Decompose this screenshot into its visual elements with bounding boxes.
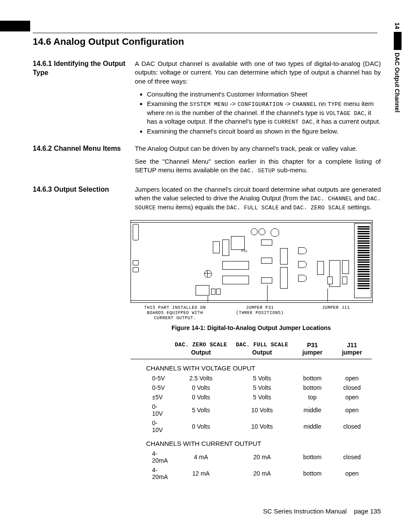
header-black-bar: [0, 21, 30, 31]
sub1-p1: A DAC Output channel is available with o…: [135, 59, 381, 86]
table-row: 4-20mA12 mA20 mAbottomopen: [131, 465, 372, 482]
section-title: 14.6 Analog Output Configuration: [33, 36, 381, 47]
footer-page: page 135: [354, 507, 381, 515]
sub2-p2: See the "Channel Menu" section earlier i…: [135, 157, 381, 175]
sub1-bullets: Consulting the instrument's Customer Inf…: [135, 90, 381, 136]
subsection-2: 14.6.2 Channel Menu Items The Analog Out…: [33, 144, 381, 179]
table-row: 0-10V5 Volts10 Voltsmiddleopen: [131, 402, 372, 418]
jumper-config-table: DAC. ZERO SCALEOutput DAC. FULL SCALEOut…: [131, 340, 372, 482]
edge-connector-icon: [354, 225, 370, 297]
table-row: 0-5V0 Volts5 Voltsbottomclosed: [131, 383, 372, 392]
figure-14-1: P31 THIS PART INSTALLED ON BOARDS EQUIPP…: [131, 220, 381, 331]
fig-c3: JUMPER J11: [310, 305, 362, 321]
figure-caption: Figure 14-1: Digital-to-Analog Output Ju…: [131, 324, 372, 331]
th-p31b: jumper: [302, 349, 323, 356]
th-full-mono: DAC. FULL SCALE: [234, 342, 290, 348]
table-group-current: CHANNELS WITH CURRENT OUTPUT: [131, 435, 372, 449]
sub3-heading: 14.6.3 Output Selection: [33, 185, 131, 194]
footer-manual: SC Series Instruction Manual: [263, 507, 346, 515]
top-rule: [33, 33, 377, 33]
table-row: 0-5V2.5 Volts5 Voltsbottomopen: [131, 373, 372, 383]
sub1-b3: Examining the channel's circuit board as…: [147, 127, 381, 136]
th-j11a: J11: [347, 342, 357, 348]
sub2-heading: 14.6.2 Channel Menu Items: [33, 144, 131, 153]
page-content: 14.6 Analog Output Configuration 14.6.1 …: [33, 36, 381, 482]
th-p31a: P31: [307, 342, 318, 348]
sub1-heading: 14.6.1 Identifying the Output Type: [33, 59, 131, 78]
fig-c2: JUMPER P31 (THREE POSITIONS): [230, 305, 290, 321]
subsection-1: 14.6.1 Identifying the Output Type A DAC…: [33, 59, 381, 142]
sub1-b1: Consulting the instrument's Customer Inf…: [147, 90, 381, 99]
figure-schematic: P31: [131, 220, 373, 303]
fig-c1: THIS PART INSTALLED ON BOARDS EQUIPPED W…: [140, 305, 209, 321]
page-footer: SC Series Instruction Manual page 135: [33, 507, 381, 515]
side-tab-number: 14: [394, 22, 401, 29]
sub1-b2: Examining the SYSTEM MENU -> CONFIGURATI…: [147, 100, 381, 126]
th-zero-mono: DAC. ZERO SCALE: [173, 342, 229, 348]
sub2-p1: The Analog Output can be driven by any c…: [135, 144, 381, 153]
th-zero: Output: [191, 349, 211, 356]
sub3-p1: Jumpers located on the channel's circuit…: [135, 185, 381, 212]
side-tab-block: [394, 32, 402, 50]
table-row: 0-10V0 Volts10 Voltsmiddleclosed: [131, 418, 372, 435]
table-row: 4-20mA4 mA20 mAbottomclosed: [131, 449, 372, 465]
table-group-voltage: CHANNELS WITH VOLTAGE OUPUT: [131, 359, 372, 373]
th-full: Output: [252, 349, 272, 356]
side-tab-label: DAC Output Channel: [394, 53, 401, 112]
subsection-3: 14.6.3 Output Selection Jumpers located …: [33, 185, 381, 216]
table-row: ±5V0 Volts5 Voltstopopen: [131, 392, 372, 402]
th-j11b: jumper: [342, 349, 362, 356]
